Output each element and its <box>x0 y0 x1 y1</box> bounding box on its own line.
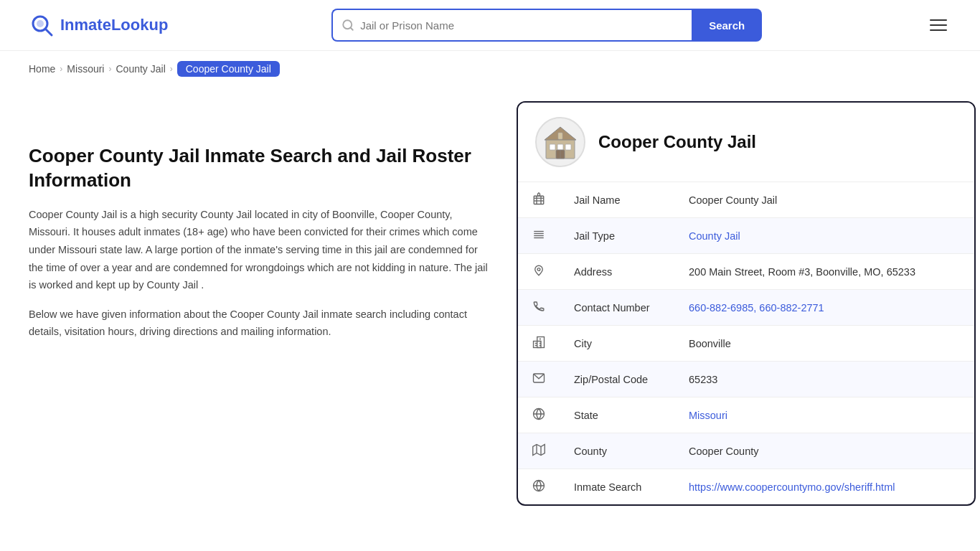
list-icon <box>518 218 560 254</box>
breadcrumb-sep-2: › <box>108 64 111 74</box>
hamburger-button[interactable] <box>925 15 951 35</box>
globe-icon <box>518 397 560 433</box>
breadcrumb-current: Cooper County Jail <box>177 61 280 77</box>
table-row: CountyCooper County <box>518 433 974 469</box>
row-label: City <box>560 326 674 362</box>
table-row: Jail NameCooper County Jail <box>518 182 974 218</box>
page-desc-2: Below we have given information about th… <box>29 306 488 341</box>
row-value[interactable]: Missouri <box>674 397 974 433</box>
svg-line-1 <box>45 29 52 35</box>
row-label: County <box>560 433 674 469</box>
pin-icon <box>518 254 560 290</box>
search-input-wrap <box>331 9 692 42</box>
header: InmateLookup Search <box>0 0 980 51</box>
table-row: Contact Number660-882-6985, 660-882-2771 <box>518 290 974 326</box>
svg-point-2 <box>37 20 44 27</box>
row-value-link[interactable]: 660-882-6985, 660-882-2771 <box>689 302 824 314</box>
page-desc-1: Cooper County Jail is a high security Co… <box>29 206 488 294</box>
table-row: Zip/Postal Code65233 <box>518 362 974 397</box>
jail-card: Cooper County Jail Jail NameCooper Count… <box>517 101 976 506</box>
jail-avatar <box>535 117 585 167</box>
phone-icon <box>518 290 560 326</box>
row-label: Address <box>560 254 674 290</box>
logo-link[interactable]: InmateLookup <box>29 12 168 38</box>
table-row: Jail TypeCounty Jail <box>518 218 974 254</box>
row-value: Boonville <box>674 326 974 362</box>
svg-rect-8 <box>557 144 563 150</box>
search-area: Search <box>331 9 762 42</box>
left-column: Cooper County Jail Inmate Search and Jai… <box>29 101 488 506</box>
row-value[interactable]: County Jail <box>674 218 974 254</box>
row-label: Contact Number <box>560 290 674 326</box>
table-row: StateMissouri <box>518 397 974 433</box>
logo-icon <box>29 12 55 38</box>
table-row: Inmate Searchhttps://www.coopercountymo.… <box>518 469 974 505</box>
jail-building-icon <box>542 124 578 160</box>
search-input[interactable] <box>360 19 683 32</box>
city-icon <box>518 326 560 362</box>
svg-rect-12 <box>558 133 562 139</box>
row-value[interactable]: https://www.coopercountymo.gov/sheriff.h… <box>674 469 974 505</box>
svg-rect-7 <box>550 144 555 150</box>
row-value: 65233 <box>674 362 974 397</box>
breadcrumb-sep-3: › <box>170 64 173 74</box>
svg-marker-23 <box>533 445 545 456</box>
row-label: Jail Name <box>560 182 674 218</box>
row-value[interactable]: 660-882-6985, 660-882-2771 <box>674 290 974 326</box>
row-label: Jail Type <box>560 218 674 254</box>
row-value: Cooper County <box>674 433 974 469</box>
jail-card-title: Cooper County Jail <box>598 132 756 152</box>
search-icon <box>341 19 354 32</box>
search-globe-icon <box>518 469 560 505</box>
row-label: State <box>560 397 674 433</box>
svg-line-4 <box>351 27 353 29</box>
row-label: Zip/Postal Code <box>560 362 674 397</box>
breadcrumb-home[interactable]: Home <box>29 63 55 75</box>
logo-text: InmateLookup <box>60 16 168 34</box>
table-row: Address200 Main Street, Room #3, Boonvil… <box>518 254 974 290</box>
info-table: Jail NameCooper County JailJail TypeCoun… <box>518 182 974 504</box>
svg-rect-13 <box>534 196 544 204</box>
row-label: Inmate Search <box>560 469 674 505</box>
hamburger-line-1 <box>930 19 947 21</box>
row-value-link[interactable]: https://www.coopercountymo.gov/sheriff.h… <box>689 481 895 493</box>
table-row: CityBoonville <box>518 326 974 362</box>
hamburger-line-2 <box>930 24 947 26</box>
mail-icon <box>518 362 560 397</box>
row-value-link[interactable]: Missouri <box>689 410 727 421</box>
svg-rect-9 <box>565 144 571 150</box>
row-value: 200 Main Street, Room #3, Boonville, MO,… <box>674 254 974 290</box>
main-content: Cooper County Jail Inmate Search and Jai… <box>0 87 980 534</box>
breadcrumb: Home › Missouri › County Jail › Cooper C… <box>0 51 980 87</box>
page-title: Cooper County Jail Inmate Search and Jai… <box>29 144 488 193</box>
search-button[interactable]: Search <box>692 9 762 42</box>
jail-card-header: Cooper County Jail <box>518 103 974 182</box>
breadcrumb-sep-1: › <box>60 64 62 74</box>
row-value-link[interactable]: County Jail <box>689 230 740 242</box>
right-column: Cooper County Jail Jail NameCooper Count… <box>517 101 976 506</box>
row-value: Cooper County Jail <box>674 182 974 218</box>
svg-point-18 <box>537 268 540 271</box>
building-icon <box>518 182 560 218</box>
breadcrumb-county-jail[interactable]: County Jail <box>116 63 165 75</box>
map-icon <box>518 433 560 469</box>
breadcrumb-missouri[interactable]: Missouri <box>67 63 104 75</box>
hamburger-line-3 <box>930 29 947 31</box>
